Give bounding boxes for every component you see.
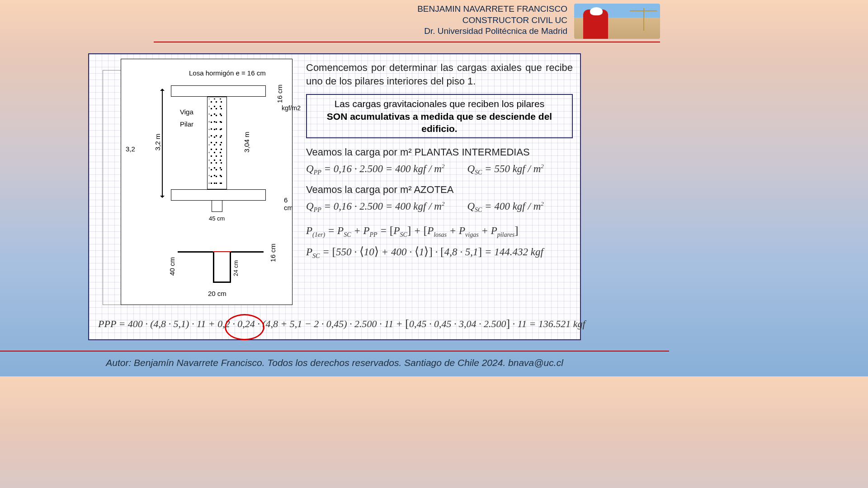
eq-p1er: P(1er) = PSC + PPP = [PSC] + [Plosas + P… bbox=[306, 224, 573, 239]
column-stub bbox=[212, 201, 222, 212]
author-block: BENJAMIN NAVARRETE FRANCISCO CONSTRUCTOR… bbox=[417, 4, 567, 37]
slab-below-dim: 6 cm bbox=[284, 196, 293, 211]
slide-footer: Autor: Benjamín Navarrete Francisco. Tod… bbox=[0, 357, 669, 368]
callout-box: Las cargas gravitacionales que reciben l… bbox=[306, 94, 573, 138]
beam-red-line bbox=[213, 251, 231, 252]
red-circle-highlight bbox=[225, 314, 264, 340]
dim-slab-thickness: 16 cm bbox=[276, 84, 283, 103]
intro-paragraph: Comencemos por determinar las cargas axi… bbox=[306, 61, 573, 88]
upper-slab bbox=[171, 85, 266, 97]
eq-qpp-roof: QPP = 0,16 · 2.500 = 400 kgf / m2 bbox=[306, 200, 444, 214]
callout-line-2: SON acumulativas a medida que se descien… bbox=[327, 111, 552, 134]
dim-floor-height-2: 3,2 bbox=[126, 145, 135, 153]
eq-qsc-roof: QSC = 400 kgf / m2 bbox=[467, 200, 543, 214]
dim-floor-height-value: 3,2 m bbox=[154, 134, 161, 151]
eq-ppp: PPP = 400 · (4,8 · 5,1) · 11 + 0,2 · 0,2… bbox=[98, 317, 585, 330]
section-roof: Veamos la carga por m² AZOTEA bbox=[306, 184, 573, 196]
pilar-label: Pilar bbox=[180, 120, 193, 128]
lower-slab bbox=[171, 189, 266, 201]
slab-t2: 16 cm bbox=[269, 244, 277, 262]
viga-label: Viga bbox=[180, 108, 193, 116]
callout-line-1: Las cargas gravitacionales que reciben l… bbox=[335, 99, 545, 109]
explanation-column: Comencemos por determinar las cargas axi… bbox=[306, 61, 573, 260]
beam-b: 20 cm bbox=[208, 290, 226, 297]
eq-qsc-inter: QSC = 550 kgf / m2 bbox=[467, 163, 543, 176]
divider-top bbox=[154, 42, 660, 42]
unit-label: kgf/m2 bbox=[282, 104, 301, 112]
author-name: BENJAMIN NAVARRETE FRANCISCO bbox=[417, 4, 567, 15]
eq-psc: PSC = [550 · ⟨10⟩ + 400 · ⟨1⟩] · [4,8 · … bbox=[306, 244, 573, 260]
structural-diagram: Losa hormigón e = 16 cm Viga Pilar 3,2 m… bbox=[121, 59, 292, 305]
beam-section bbox=[178, 247, 264, 292]
dim-floor-height bbox=[162, 89, 163, 197]
pilar-width: 45 cm bbox=[209, 215, 225, 222]
column-shape bbox=[207, 97, 227, 189]
dim-clear-height: 3,04 m bbox=[243, 132, 250, 153]
slide-header: BENJAMIN NAVARRETE FRANCISCO CONSTRUCTOR… bbox=[417, 4, 660, 39]
eq-qpp-inter: QPP = 0,16 · 2.500 = 400 kgf / m2 bbox=[306, 163, 444, 176]
beam-h: 40 cm bbox=[168, 257, 176, 276]
beam-web: 24 cm bbox=[232, 260, 239, 276]
author-title: CONSTRUCTOR CIVIL UC bbox=[417, 15, 567, 26]
section-intermediate: Veamos la carga por m² PLANTAS INTERMEDI… bbox=[306, 146, 573, 158]
author-photo bbox=[574, 4, 660, 39]
slide-body: Losa hormigón e = 16 cm Viga Pilar 3,2 m… bbox=[88, 53, 581, 340]
crane-icon bbox=[643, 8, 644, 31]
slab-label: Losa hormigón e = 16 cm bbox=[189, 69, 266, 77]
divider-bottom bbox=[0, 351, 669, 352]
author-affiliation: Dr. Universidad Politécnica de Madrid bbox=[417, 26, 567, 37]
